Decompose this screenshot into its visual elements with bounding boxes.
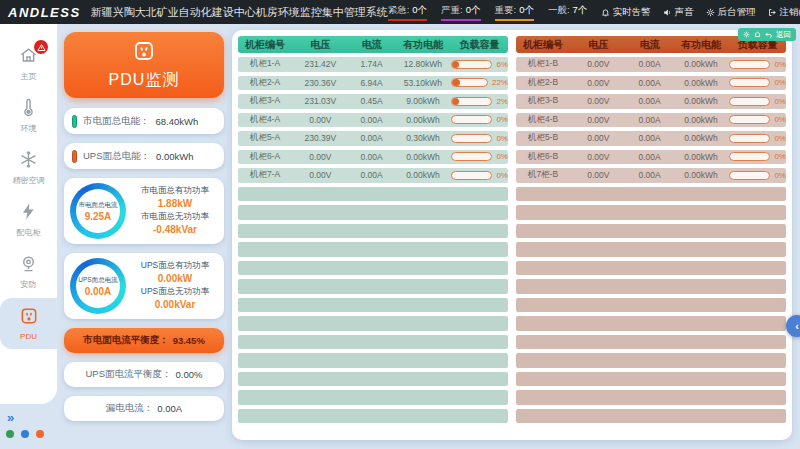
column-header: 电压 bbox=[292, 38, 349, 52]
table-row[interactable]: 机柜2-B0.00V0.00A0.00kWh0% bbox=[516, 76, 786, 91]
cell-current: 0.00A bbox=[349, 133, 395, 143]
socket-icon bbox=[19, 306, 39, 330]
table-row[interactable]: 机柜6-B0.00V0.00A0.00kWh0% bbox=[516, 150, 786, 165]
cell-voltage: 0.00V bbox=[570, 59, 627, 69]
table-row-empty bbox=[516, 261, 786, 276]
table-row-empty bbox=[238, 335, 508, 350]
cell-energy: 53.10kWh bbox=[395, 78, 452, 88]
cell-current: 0.00A bbox=[627, 133, 673, 143]
sidebar-item-precision-ac[interactable]: 精密空调 bbox=[0, 142, 57, 194]
cell-load: 0% bbox=[729, 115, 786, 124]
cell-voltage: 0.00V bbox=[292, 115, 349, 125]
snowflake-icon bbox=[19, 150, 38, 173]
table-row[interactable]: 机柜4-B0.00V0.00A0.00kWh0% bbox=[516, 113, 786, 128]
load-percent-label: 0% bbox=[774, 60, 786, 69]
table-row-empty bbox=[238, 205, 508, 220]
sound-button[interactable]: 声音 bbox=[663, 6, 693, 19]
load-progressbar bbox=[451, 60, 492, 69]
top-header: ANDLESS 新疆兴陶大北矿业自动化建设中心机房环境监控集中管理系统 紧急:0… bbox=[0, 0, 800, 24]
alarm-important[interactable]: 重要:0个 bbox=[495, 4, 534, 21]
table-row[interactable]: 机柜2-A230.36V6.94A53.10kWh22% bbox=[238, 76, 508, 91]
table-row[interactable]: 机柜4-A0.00V0.00A0.00kWh0% bbox=[238, 113, 508, 128]
logout-button[interactable]: 注销(admin) bbox=[768, 6, 800, 19]
cell-name: 机7柜-B bbox=[516, 169, 570, 181]
header-menu: 实时告警 声音 后台管理 注销(admin) bbox=[601, 6, 800, 19]
cell-voltage: 0.00V bbox=[570, 78, 627, 88]
table-row[interactable]: 机柜5-A230.39V0.00A0.30kWh0% bbox=[238, 131, 508, 146]
cell-voltage: 0.00V bbox=[292, 170, 349, 180]
table-row[interactable]: 机柜3-A231.03V0.45A9.00kWh2% bbox=[238, 94, 508, 109]
gear-icon[interactable] bbox=[743, 31, 750, 38]
thermometer-icon bbox=[19, 98, 38, 121]
load-percent-label: 0% bbox=[774, 97, 786, 106]
ups-energy-card: UPS面总电能： 0.00kWh bbox=[64, 143, 224, 169]
cell-voltage: 0.00V bbox=[292, 152, 349, 162]
ups-power-readouts: UPS面总有功功率 0.00kW UPS面总无功功率 0.00kVar bbox=[132, 260, 218, 312]
alarm-general[interactable]: 一般:7个 bbox=[548, 4, 587, 21]
sidebar-expander-chevrons[interactable]: » bbox=[7, 410, 14, 425]
cell-voltage: 0.00V bbox=[570, 96, 627, 106]
sidebar-item-power-cabinet[interactable]: 配电柜 bbox=[0, 194, 57, 246]
load-percent-label: 0% bbox=[496, 171, 508, 180]
cell-name: 机柜7-A bbox=[238, 169, 292, 181]
admin-backend-button[interactable]: 后台管理 bbox=[706, 6, 755, 19]
logout-icon bbox=[768, 8, 777, 17]
cell-load: 0% bbox=[451, 152, 508, 161]
column-header: 有功电能 bbox=[673, 38, 730, 52]
sidebar-item-home[interactable]: 主页 bbox=[0, 38, 57, 90]
cell-energy: 0.30kWh bbox=[395, 133, 452, 143]
cell-current: 0.00A bbox=[627, 115, 673, 125]
mains-balance-card: 市电面电流平衡度： 93.45% bbox=[64, 328, 224, 353]
cell-current: 0.00A bbox=[627, 78, 673, 88]
sidebar-item-security[interactable]: 安防 bbox=[0, 246, 57, 298]
table-row[interactable]: 机柜6-A0.00V0.00A0.00kWh0% bbox=[238, 150, 508, 165]
cell-energy: 0.00kWh bbox=[673, 78, 730, 88]
lightning-icon bbox=[19, 202, 38, 225]
cabinet-tables-panel: 机柜编号电压电流有功电能负载容量机柜1-A231.42V1.74A12.80kW… bbox=[232, 30, 792, 440]
alarm-severe[interactable]: 严重:0个 bbox=[441, 4, 480, 21]
pdu-monitor-label: PDU监测 bbox=[109, 70, 180, 91]
alarm-critical[interactable]: 紧急:0个 bbox=[388, 4, 427, 21]
cell-voltage: 0.00V bbox=[570, 133, 627, 143]
load-progressbar bbox=[729, 60, 770, 69]
table-row[interactable]: 机柜1-B0.00V0.00A0.00kWh0% bbox=[516, 57, 786, 72]
cell-energy: 12.80kWh bbox=[395, 59, 452, 69]
cell-name: 机柜2-B bbox=[516, 77, 570, 89]
load-progressbar bbox=[729, 171, 770, 180]
alert-badge bbox=[34, 40, 48, 54]
cell-energy: 9.00kWh bbox=[395, 96, 452, 106]
load-progressbar bbox=[729, 115, 770, 124]
camera-icon bbox=[19, 254, 38, 277]
plug-icon bbox=[132, 39, 156, 67]
table-row[interactable]: 机柜7-A0.00V0.00A0.00kWh0% bbox=[238, 168, 508, 183]
table-row[interactable]: 机柜1-A231.42V1.74A12.80kWh6% bbox=[238, 57, 508, 72]
realtime-alarm-button[interactable]: 实时告警 bbox=[601, 6, 650, 19]
load-percent-label: 0% bbox=[496, 152, 508, 161]
ups-balance-card: UPS面电流平衡度： 0.00% bbox=[64, 362, 224, 387]
sidebar-item-environment[interactable]: 环境 bbox=[0, 90, 57, 142]
leakage-current-card: 漏电电流： 0.00A bbox=[64, 396, 224, 421]
cell-voltage: 230.39V bbox=[292, 133, 349, 143]
table-row[interactable]: 机柜5-B0.00V0.00A0.00kWh0% bbox=[516, 131, 786, 146]
table-row-empty bbox=[516, 353, 786, 368]
pdu-monitor-button[interactable]: PDU监测 bbox=[64, 32, 224, 98]
cell-energy: 0.00kWh bbox=[673, 59, 730, 69]
table-row[interactable]: 机7柜-B0.00V0.00A0.00kWh0% bbox=[516, 168, 786, 183]
mains-energy-card: 市电面总电能： 68.40kWh bbox=[64, 108, 224, 134]
sidebar-item-pdu[interactable]: PDU bbox=[0, 298, 57, 349]
cabinet-table-b: 机柜编号电压电流有功电能负载容量机柜1-B0.00V0.00A0.00kWh0%… bbox=[516, 36, 786, 434]
column-header: 负载容量 bbox=[451, 38, 508, 52]
back-button[interactable]: 返回 bbox=[776, 30, 791, 40]
home-icon[interactable] bbox=[754, 31, 761, 38]
load-percent-label: 0% bbox=[496, 115, 508, 124]
load-percent-label: 0% bbox=[774, 134, 786, 143]
cell-load: 0% bbox=[451, 171, 508, 180]
cell-load: 0% bbox=[451, 134, 508, 143]
table-row[interactable]: 机柜3-B0.00V0.00A0.00kWh0% bbox=[516, 94, 786, 109]
cabinet-table-a: 机柜编号电压电流有功电能负载容量机柜1-A231.42V1.74A12.80kW… bbox=[238, 36, 508, 434]
mains-current-gauge-card: 市电面总电流 9.25A 市电面总有功功率 1.88kW 市电面总无功功率 -0… bbox=[64, 178, 224, 244]
load-percent-label: 0% bbox=[774, 152, 786, 161]
column-header: 电流 bbox=[349, 38, 395, 52]
cell-name: 机柜6-A bbox=[238, 151, 292, 163]
load-progressbar bbox=[451, 115, 492, 124]
